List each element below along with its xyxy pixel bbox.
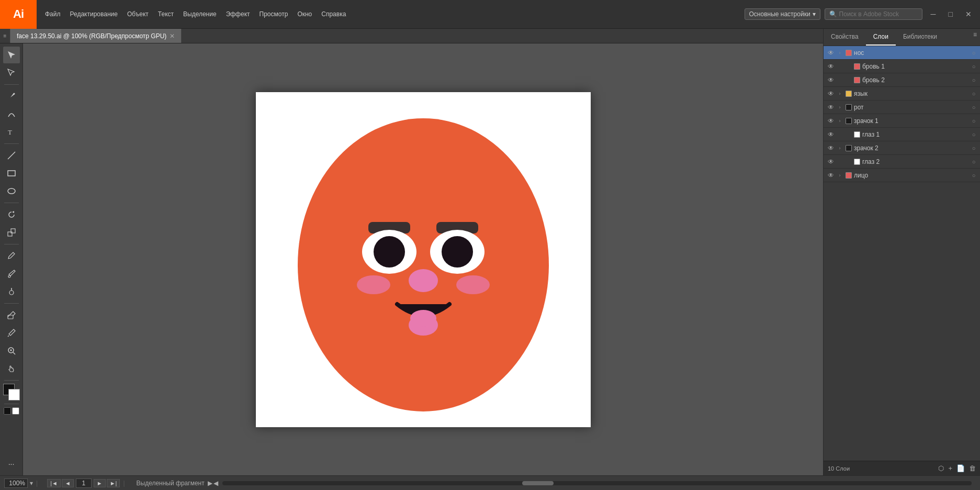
layer-visibility-toggle[interactable]: 👁 <box>826 104 836 111</box>
color-indicator[interactable] <box>3 384 20 400</box>
layer-lock-icon[interactable]: ○ <box>970 118 978 124</box>
new-layer-icon[interactable]: 📄 <box>956 464 965 472</box>
layer-lock-icon[interactable]: ○ <box>970 91 978 97</box>
layer-lock-icon[interactable]: ○ <box>970 63 978 70</box>
menu-edit[interactable]: Редактирование <box>66 8 122 20</box>
zoom-dropdown-icon[interactable]: ▾ <box>30 480 33 487</box>
ellipse-tool[interactable] <box>3 183 20 199</box>
layer-expand-toggle[interactable]: › <box>836 91 843 96</box>
menu-window[interactable]: Окно <box>293 8 316 20</box>
fill-mode-button[interactable] <box>4 407 11 415</box>
layer-visibility-toggle[interactable]: 👁 <box>826 158 836 165</box>
layer-expand-toggle[interactable]: › <box>836 50 843 55</box>
search-icon: 🔍 <box>829 10 837 18</box>
page-number-input[interactable] <box>76 478 92 488</box>
menu-help[interactable]: Справка <box>317 8 350 20</box>
blob-brush-tool[interactable] <box>3 283 20 300</box>
layer-expand-toggle[interactable]: › <box>836 105 843 110</box>
left-collapse-button[interactable]: ≡ <box>0 29 10 43</box>
tab-libraries[interactable]: Библиотеки <box>896 29 944 46</box>
menu-select[interactable]: Выделение <box>179 8 221 20</box>
search-input[interactable] <box>839 10 918 18</box>
layer-lock-icon[interactable]: ○ <box>970 172 978 179</box>
status-arrow-left-icon[interactable]: ◀ <box>213 480 218 487</box>
background-color[interactable] <box>8 389 20 400</box>
layers-bottom: 10 Слои ⬡ + 📄 🗑 <box>824 461 980 475</box>
menu-file[interactable]: Файл <box>41 8 65 20</box>
select-tool[interactable] <box>3 47 20 63</box>
curvature-tool[interactable] <box>3 106 20 122</box>
layer-expand-toggle[interactable]: › <box>836 118 843 124</box>
svg-line-2 <box>8 152 15 159</box>
direct-select-tool[interactable] <box>3 64 20 81</box>
layer-visibility-toggle[interactable]: 👁 <box>826 131 836 138</box>
line-tool[interactable] <box>3 147 20 164</box>
last-page-button[interactable]: ►| <box>107 479 120 487</box>
layer-item[interactable]: 👁 бровь 1 ○ <box>824 60 980 73</box>
menu-text[interactable]: Текст <box>154 8 178 20</box>
new-sublayer-icon[interactable]: + <box>948 464 952 472</box>
menu-object[interactable]: Объект <box>123 8 153 20</box>
status-arrow-icon[interactable]: ▶ <box>208 480 212 487</box>
layer-item[interactable]: 👁 глаз 1 ○ <box>824 128 980 141</box>
layer-expand-toggle[interactable]: › <box>836 173 843 178</box>
layer-expand-toggle[interactable]: › <box>836 146 843 151</box>
workspace-selector[interactable]: Основные настройки ▾ <box>745 8 820 20</box>
horizontal-scrollbar[interactable] <box>222 481 972 485</box>
pen-tool[interactable] <box>3 88 20 105</box>
document-tab[interactable]: face 13.29.50.ai @ 100% (RGB/Предпросмот… <box>10 29 182 43</box>
layer-item[interactable]: 👁 › лицо ○ <box>824 169 980 182</box>
menu-view[interactable]: Просмотр <box>255 8 292 20</box>
layer-visibility-toggle[interactable]: 👁 <box>826 117 836 125</box>
pencil-tool[interactable] <box>3 248 20 264</box>
layer-visibility-toggle[interactable]: 👁 <box>826 49 836 57</box>
panel-menu-button[interactable]: ≡ <box>970 29 980 46</box>
first-page-button[interactable]: |◄ <box>47 479 61 487</box>
layer-item[interactable]: 👁 глаз 2 ○ <box>824 155 980 169</box>
layer-item[interactable]: 👁 бровь 2 ○ <box>824 73 980 87</box>
layer-lock-icon[interactable]: ○ <box>970 131 978 138</box>
more-tools-button[interactable]: ··· <box>3 455 20 472</box>
scrollbar-thumb[interactable] <box>522 481 554 485</box>
make-sublayer-icon[interactable]: ⬡ <box>938 464 944 472</box>
tab-layers[interactable]: Слои <box>866 29 896 46</box>
delete-layer-icon[interactable]: 🗑 <box>969 464 976 472</box>
paintbrush-tool[interactable] <box>3 265 20 282</box>
layer-visibility-toggle[interactable]: 👁 <box>826 172 836 179</box>
layer-lock-icon[interactable]: ○ <box>970 159 978 165</box>
eraser-tool[interactable] <box>3 307 20 324</box>
tab-properties[interactable]: Свойства <box>824 29 866 46</box>
layer-visibility-toggle[interactable]: 👁 <box>826 63 836 70</box>
layer-visibility-toggle[interactable]: 👁 <box>826 76 836 84</box>
prev-page-button[interactable]: ◄ <box>62 479 74 487</box>
type-tool[interactable]: T <box>3 124 20 140</box>
layer-lock-icon[interactable]: ○ <box>970 77 978 83</box>
next-page-button[interactable]: ► <box>94 479 106 487</box>
maximize-button[interactable]: □ <box>944 8 957 20</box>
eyedropper-tool[interactable] <box>3 325 20 341</box>
layer-item[interactable]: 👁 › нос ○ <box>824 46 980 60</box>
layer-name: глаз 2 <box>862 158 970 165</box>
layer-item[interactable]: 👁 › зрачок 2 ○ <box>824 141 980 155</box>
layer-lock-icon[interactable]: ○ <box>970 50 978 56</box>
menu-effect[interactable]: Эффект <box>222 8 254 20</box>
rotate-tool[interactable] <box>3 206 20 223</box>
scale-tool[interactable] <box>3 224 20 241</box>
zoom-input[interactable]: 100% <box>4 478 28 488</box>
layer-item[interactable]: 👁 › зрачок 1 ○ <box>824 114 980 128</box>
minimize-button[interactable]: ─ <box>927 8 940 20</box>
zoom-tool[interactable] <box>3 342 20 359</box>
mode-buttons <box>4 407 19 415</box>
document-tab-close[interactable]: ✕ <box>170 32 175 40</box>
layer-lock-icon[interactable]: ○ <box>970 104 978 110</box>
layer-visibility-toggle[interactable]: 👁 <box>826 90 836 97</box>
close-button[interactable]: ✕ <box>961 8 976 20</box>
layer-item[interactable]: 👁 › рот ○ <box>824 101 980 114</box>
layer-visibility-toggle[interactable]: 👁 <box>826 144 836 152</box>
layer-item[interactable]: 👁 › язык ○ <box>824 87 980 101</box>
rectangle-tool[interactable] <box>3 165 20 182</box>
stroke-mode-button[interactable] <box>12 407 19 415</box>
svg-point-27 <box>410 310 436 327</box>
layer-lock-icon[interactable]: ○ <box>970 145 978 151</box>
hand-tool[interactable] <box>3 360 20 377</box>
